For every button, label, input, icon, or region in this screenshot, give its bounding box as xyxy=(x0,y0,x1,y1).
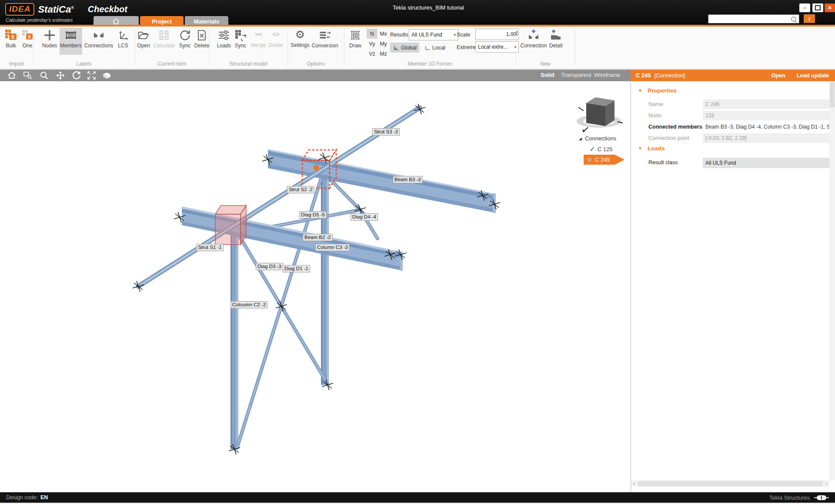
labels-lcs-button[interactable]: LCS xyxy=(114,28,132,55)
local-forces-button[interactable]: Local xyxy=(421,43,448,53)
group-label-structural-model: Structural model xyxy=(209,61,287,67)
search-input[interactable] xyxy=(708,16,791,22)
zoom-window-icon[interactable] xyxy=(23,71,33,80)
tree-node-connections[interactable]: ◢ Connections xyxy=(579,135,616,142)
labels-members-button[interactable]: Members xyxy=(60,28,82,55)
collapse-triangle-icon: ▼ xyxy=(638,146,642,151)
member-label-column-c2[interactable]: Coloumn C2 -2 xyxy=(230,301,267,308)
section-loads[interactable]: ▼ Loads xyxy=(638,145,665,152)
conversion-icon xyxy=(319,29,331,41)
connections-icon xyxy=(93,29,105,41)
tekla-plug-icon xyxy=(814,495,829,501)
window-title: Tekla structures_BIM tutorial xyxy=(0,4,835,11)
force-toggle-vy[interactable]: Vy xyxy=(367,39,377,49)
member-label-strut-s1[interactable]: Strut S1 -1 xyxy=(196,244,224,251)
render-mode-transparent[interactable]: Transparent xyxy=(561,72,591,78)
force-toggle-n[interactable]: N xyxy=(367,29,377,39)
close-icon: ✕ xyxy=(828,5,832,11)
member-label-strut-s3[interactable]: Strut S3 -3 xyxy=(372,128,400,136)
model-viewport[interactable]: Strut S3 -3 Beam B3 -3 Strut S2 -2 Diag … xyxy=(0,81,631,492)
node-markers xyxy=(133,104,500,454)
scale-input[interactable]: 1.00 xyxy=(475,29,519,40)
draw-forces-button[interactable]: Draw xyxy=(346,28,365,55)
view-home-icon[interactable] xyxy=(7,71,17,80)
force-toggle-my[interactable]: My xyxy=(378,39,389,49)
labels-connections-button[interactable]: Connections xyxy=(81,28,117,55)
navigation-cube[interactable] xyxy=(577,97,623,132)
panel-open-button[interactable]: Open xyxy=(772,73,785,79)
new-detail-button[interactable]: Detail xyxy=(546,28,565,55)
sync-item-button[interactable]: Sync xyxy=(177,28,193,55)
maximize-button[interactable] xyxy=(812,3,823,12)
members-icon xyxy=(65,29,77,41)
connection-c245-node[interactable] xyxy=(314,165,319,171)
member-label-diag-d1[interactable]: Diag D1 -1 xyxy=(283,265,310,272)
connection-point-value[interactable]: [-0.03; 2.82; 2.19] xyxy=(703,133,830,143)
extreme-dropdown[interactable]: Local extre... ▾ xyxy=(475,41,519,53)
info-icon: i xyxy=(808,16,810,22)
tree-item-c125[interactable]: ✓ C 125 xyxy=(590,146,612,153)
gear-icon: ⚙ xyxy=(587,156,592,163)
panel-vertical-scrollbar[interactable] xyxy=(829,81,835,480)
info-button[interactable]: i xyxy=(804,14,815,23)
conversion-button[interactable]: Conversion xyxy=(309,28,341,55)
sync-model-button[interactable]: Sync xyxy=(232,28,249,55)
tree-expand-icon[interactable]: ◢ xyxy=(579,136,582,141)
member-label-diag-d5[interactable]: Diag D5 -5 xyxy=(299,211,327,219)
new-detail-icon xyxy=(550,29,562,41)
global-forces-button[interactable]: Global xyxy=(390,43,419,53)
vertical-scroll-thumb[interactable] xyxy=(830,82,835,107)
member-label-beam-b3[interactable]: Beam B3 -3 xyxy=(393,176,423,183)
panel-load-update-button[interactable]: Load update xyxy=(797,73,829,79)
zoom-fit-icon[interactable] xyxy=(87,71,97,80)
new-connection-button[interactable]: Connection xyxy=(518,28,550,55)
delete-icon xyxy=(196,29,208,41)
name-value[interactable]: C 245 xyxy=(703,99,830,109)
force-toggle-vz[interactable]: Vz xyxy=(367,49,377,59)
draw-forces-icon xyxy=(349,29,361,41)
loads-button[interactable]: Loads xyxy=(215,28,233,55)
dropdown-caret-icon: ▾ xyxy=(454,33,456,37)
scroll-left-icon[interactable]: ‹ xyxy=(631,480,637,487)
force-toggle-mx[interactable]: Mx xyxy=(378,29,389,39)
member-label-beam-b2[interactable]: Beam B2 -2 xyxy=(303,234,333,241)
settings-gear-icon: ⚙ xyxy=(295,28,305,41)
member-label-strut-s2[interactable]: Strut S2 -2 xyxy=(287,186,314,193)
divide-icon: <> xyxy=(272,28,279,41)
tekla-structures-label: Tekla Structures xyxy=(769,494,810,501)
solid-box-icon[interactable] xyxy=(102,71,111,80)
connected-members-label: Connected members xyxy=(648,122,702,132)
section-properties[interactable]: ▼ Properties xyxy=(638,87,677,94)
connection-point-label: Connection point xyxy=(648,133,689,143)
zoom-icon[interactable] xyxy=(40,71,49,80)
member-label-diag-d3[interactable]: Diag D3 -3 xyxy=(256,263,283,270)
scroll-right-icon[interactable]: › xyxy=(823,480,829,487)
member-label-diag-d4[interactable]: Diag D4 -4 xyxy=(351,213,378,221)
minimize-button[interactable]: – xyxy=(799,3,810,12)
delete-item-button[interactable]: Delete xyxy=(192,28,212,55)
render-mode-solid[interactable]: Solid xyxy=(541,72,554,78)
group-label-import: Import xyxy=(0,61,33,67)
node-value[interactable]: 133 xyxy=(703,111,830,120)
labels-nodes-button[interactable]: Nodes xyxy=(40,28,60,55)
open-item-button[interactable]: Open xyxy=(135,28,152,55)
render-mode-wireframe[interactable]: Wireframe xyxy=(594,72,620,78)
group-label-current-item: Current item xyxy=(135,61,209,67)
calculate-button: Calculate xyxy=(150,28,177,55)
close-button[interactable]: ✕ xyxy=(825,3,835,12)
result-class-value[interactable]: All ULS Fund xyxy=(703,158,830,168)
connection-c125-box[interactable] xyxy=(215,206,246,245)
results-label: Results xyxy=(390,32,408,38)
rotate-icon[interactable] xyxy=(72,71,81,80)
force-toggle-mz[interactable]: Mz xyxy=(378,49,389,59)
horizontal-scroll-thumb[interactable] xyxy=(638,481,823,486)
search-icon[interactable] xyxy=(791,17,796,22)
extreme-label: Extreme xyxy=(457,44,477,50)
bulk-button[interactable]: Bulk xyxy=(2,28,20,55)
panel-horizontal-scrollbar[interactable]: ‹ › xyxy=(631,480,829,487)
results-dropdown[interactable]: All ULS Fund ▾ xyxy=(409,29,458,40)
member-label-column-c3[interactable]: Column C3 -3 xyxy=(315,244,350,251)
one-import-button[interactable]: One xyxy=(20,28,35,55)
maximize-icon xyxy=(815,5,821,10)
pan-icon[interactable] xyxy=(56,71,65,80)
